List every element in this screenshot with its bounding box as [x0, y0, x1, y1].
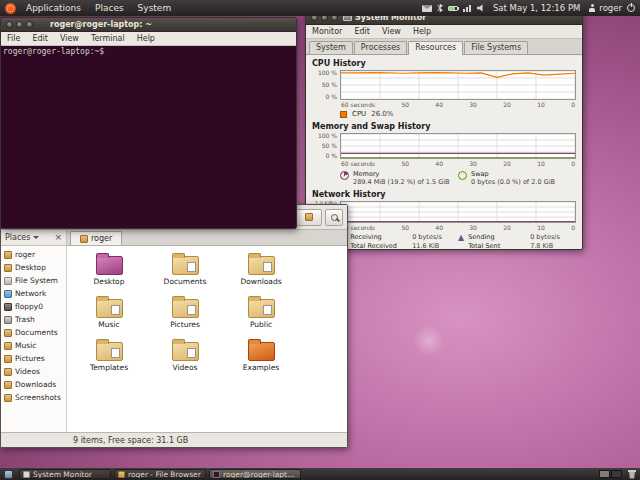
- workspace-1[interactable]: [599, 470, 610, 478]
- file-icon[interactable]: Desktop: [71, 252, 147, 286]
- menu-help[interactable]: Help: [131, 32, 161, 45]
- maximize-button[interactable]: [26, 21, 33, 28]
- place-icon: [4, 381, 12, 389]
- axis-tick: 100 %: [318, 133, 337, 139]
- ubuntu-logo-icon[interactable]: [5, 3, 16, 14]
- file-icon[interactable]: Videos: [147, 338, 223, 372]
- volume-icon[interactable]: [477, 4, 485, 12]
- file-icon[interactable]: Downloads: [223, 252, 299, 286]
- cpu-legend: CPU 26.0%: [340, 110, 576, 118]
- axis-tick: 10: [537, 223, 545, 232]
- menu-system[interactable]: System: [131, 0, 179, 16]
- cpu-legend-label: CPU: [352, 110, 366, 118]
- tab-file-systems[interactable]: File Systems: [464, 41, 528, 54]
- close-sidebar-button[interactable]: ×: [54, 233, 62, 242]
- menu-monitor[interactable]: Monitor: [306, 25, 348, 38]
- axis-tick: 20: [503, 100, 511, 109]
- terminal-titlebar[interactable]: roger@roger-laptop: ~: [1, 18, 296, 32]
- cpu-x-axis: 60 seconds 50 40 30 20 10 0: [340, 100, 576, 109]
- taskbar-panel: System Monitor roger - File Browser roge…: [0, 468, 640, 480]
- file-icon[interactable]: Music: [71, 295, 147, 329]
- sidebar-item[interactable]: File System: [1, 274, 66, 287]
- axis-tick: 0 %: [326, 94, 337, 100]
- places-sidebar: roger Desktop File System Network floppy…: [1, 246, 67, 432]
- workspace-2[interactable]: [611, 470, 622, 478]
- icon-grid: Desktop Documents Downloads Music Pictur…: [67, 246, 299, 372]
- taskbar-button[interactable]: roger@roger-laptop: ~: [209, 469, 301, 479]
- sending-value: 0 bytes/s: [530, 234, 560, 242]
- sidebar-item[interactable]: Screenshots: [1, 391, 66, 404]
- top-panel: Applications Places System Sat May 1, 12…: [0, 0, 640, 16]
- workspace-switcher[interactable]: [599, 470, 622, 478]
- sidebar-item[interactable]: floppy0: [1, 300, 66, 313]
- place-label: Screenshots: [15, 393, 61, 402]
- sidebar-item[interactable]: Network: [1, 287, 66, 300]
- close-button[interactable]: [6, 21, 13, 28]
- menu-file[interactable]: File: [1, 32, 26, 45]
- axis-tick: 30: [469, 223, 477, 232]
- folder-icon: [96, 256, 123, 275]
- battery-icon[interactable]: [448, 6, 458, 11]
- place-label: Downloads: [15, 380, 56, 389]
- axis-tick: 0: [571, 159, 575, 168]
- menu-terminal[interactable]: Terminal: [85, 32, 131, 45]
- taskbar-button-label: roger@roger-laptop: ~: [223, 470, 297, 479]
- tab-roger[interactable]: roger: [70, 231, 122, 245]
- menu-edit[interactable]: Edit: [348, 25, 376, 38]
- location-button[interactable]: [296, 209, 322, 226]
- trash-icon[interactable]: [628, 470, 636, 479]
- axis-tick: 40: [435, 223, 443, 232]
- sidebar-item[interactable]: Pictures: [1, 352, 66, 365]
- power-icon[interactable]: [627, 4, 635, 12]
- network-signal-icon[interactable]: [463, 5, 472, 12]
- minimize-button[interactable]: [16, 21, 23, 28]
- mail-indicator-icon[interactable]: [422, 5, 432, 12]
- axis-tick: 60 seconds: [341, 159, 375, 168]
- axis-tick: 10: [537, 159, 545, 168]
- tab-resources[interactable]: Resources: [408, 41, 463, 55]
- sidebar-item[interactable]: Music: [1, 339, 66, 352]
- bluetooth-icon[interactable]: [437, 4, 443, 13]
- file-browser-body: roger Desktop File System Network floppy…: [1, 246, 347, 432]
- sidebar-item[interactable]: Videos: [1, 365, 66, 378]
- file-icon[interactable]: Documents: [147, 252, 223, 286]
- tab-bar: roger: [67, 230, 347, 246]
- places-header[interactable]: Places ×: [1, 230, 67, 246]
- taskbar-button[interactable]: roger - File Browser: [114, 469, 206, 479]
- me-menu[interactable]: roger: [588, 3, 622, 13]
- terminal-body[interactable]: roger@roger-laptop:~$: [1, 46, 296, 228]
- menu-view[interactable]: View: [376, 25, 407, 38]
- taskbar-button-icon: [213, 471, 220, 478]
- file-icon[interactable]: Templates: [71, 338, 147, 372]
- menu-view[interactable]: View: [54, 32, 85, 45]
- sidebar-item[interactable]: Downloads: [1, 378, 66, 391]
- menu-applications[interactable]: Applications: [19, 0, 88, 16]
- sidebar-item[interactable]: roger: [1, 248, 66, 261]
- file-list-area[interactable]: Desktop Documents Downloads Music Pictur…: [67, 246, 347, 432]
- file-label: Videos: [173, 363, 198, 372]
- search-button[interactable]: [325, 209, 343, 226]
- file-icon[interactable]: Public: [223, 295, 299, 329]
- axis-tick: 10: [537, 100, 545, 109]
- tab-system[interactable]: System: [309, 41, 353, 54]
- show-desktop-button[interactable]: [4, 470, 13, 479]
- clock[interactable]: Sat May 1, 12:16 PM: [490, 3, 583, 13]
- taskbar-button[interactable]: System Monitor: [19, 469, 111, 479]
- menu-edit[interactable]: Edit: [26, 32, 54, 45]
- sidebar-item[interactable]: Trash: [1, 313, 66, 326]
- file-icon[interactable]: Pictures: [147, 295, 223, 329]
- cpu-history-heading: CPU History: [312, 59, 576, 68]
- sidebar-item[interactable]: Desktop: [1, 261, 66, 274]
- file-label: Music: [98, 320, 119, 329]
- menu-places[interactable]: Places: [88, 0, 131, 16]
- menu-help[interactable]: Help: [407, 25, 437, 38]
- axis-tick: 0: [571, 100, 575, 109]
- tab-processes[interactable]: Processes: [354, 41, 407, 54]
- file-icon[interactable]: Examples: [223, 338, 299, 372]
- place-label: floppy0: [15, 302, 43, 311]
- axis-tick: 40: [435, 100, 443, 109]
- file-label: Documents: [164, 277, 207, 286]
- sidebar-item[interactable]: Documents: [1, 326, 66, 339]
- network-x-axis: 60 seconds 50 40 30 20 10 0: [340, 223, 576, 232]
- folder-icon: [248, 299, 275, 318]
